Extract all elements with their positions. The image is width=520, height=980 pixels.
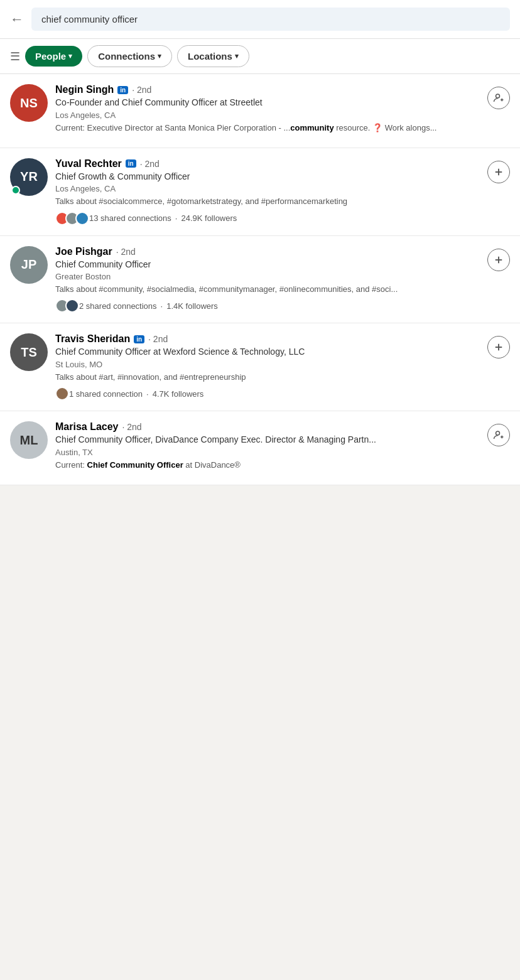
connect-button[interactable] <box>487 87 510 109</box>
result-meta: 2 shared connections · 1.4K followers <box>55 299 480 313</box>
result-name[interactable]: Travis Sheridan <box>55 333 130 345</box>
linkedin-badge: in <box>134 335 144 343</box>
followers-count: 4.7K followers <box>153 389 204 399</box>
filter-icon[interactable]: ☰ <box>10 50 20 63</box>
result-header: Negin Singh in · 2nd <box>55 84 480 95</box>
connect-button[interactable] <box>487 161 510 183</box>
filter-connections[interactable]: Connections ▾ <box>87 45 172 67</box>
result-title: Chief Community Officer at Wexford Scien… <box>55 346 480 358</box>
shared-avatars <box>55 299 75 313</box>
avatar: NS <box>10 84 48 122</box>
result-item: YR Yuval Rechter in · 2nd Chief Growth &… <box>0 148 520 236</box>
result-title: Chief Community Officer, DivaDance Compa… <box>55 434 480 446</box>
result-item: JP Joe Pishgar · 2nd Chief Community Off… <box>0 236 520 324</box>
filter-bar: ☰ People ▾ Connections ▾ Locations ▾ <box>0 39 520 74</box>
header: ← <box>0 0 520 39</box>
avatar: TS <box>10 333 48 371</box>
result-item: NS Negin Singh in · 2nd Co-Founder and C… <box>0 74 520 148</box>
dot-separator: · <box>175 213 178 223</box>
connection-degree: · 2nd <box>148 334 168 344</box>
search-input[interactable] <box>31 8 510 31</box>
filter-people[interactable]: People ▾ <box>25 46 82 67</box>
result-content: Yuval Rechter in · 2nd Chief Growth & Co… <box>55 158 480 225</box>
result-location: Greater Boston <box>55 272 480 281</box>
result-title: Chief Community Officer <box>55 259 480 271</box>
svg-point-9 <box>496 431 500 435</box>
result-name[interactable]: Marisa Lacey <box>55 421 119 433</box>
result-snippet: Talks about #art, #innovation, and #entr… <box>55 372 480 383</box>
shared-connections-text: 13 shared connections <box>89 213 171 223</box>
mini-avatar <box>65 299 79 313</box>
linkedin-badge: in <box>126 159 136 168</box>
result-header: Travis Sheridan in · 2nd <box>55 333 480 345</box>
avatar: JP <box>10 246 48 284</box>
followers-count: 1.4K followers <box>166 301 218 311</box>
svg-point-0 <box>496 94 500 98</box>
result-name[interactable]: Yuval Rechter <box>55 158 122 170</box>
back-button[interactable]: ← <box>10 11 24 28</box>
shared-avatars <box>55 387 65 401</box>
result-content: Marisa Lacey · 2nd Chief Community Offic… <box>55 421 480 475</box>
result-snippet: Current: Executive Director at Santa Mon… <box>55 122 480 134</box>
connection-degree: · 2nd <box>116 247 136 257</box>
result-meta: 13 shared connections · 24.9K followers <box>55 212 480 225</box>
result-location: Los Angeles, CA <box>55 110 480 120</box>
result-location: St Louis, MO <box>55 360 480 369</box>
result-header: Marisa Lacey · 2nd <box>55 421 480 433</box>
result-item: ML Marisa Lacey · 2nd Chief Community Of… <box>0 411 520 485</box>
connect-button[interactable] <box>487 336 510 358</box>
followers-count: 24.9K followers <box>181 213 237 223</box>
chevron-down-icon: ▾ <box>68 52 72 60</box>
dot-separator: · <box>161 301 163 311</box>
connection-degree: · 2nd <box>140 159 160 169</box>
result-content: Travis Sheridan in · 2nd Chief Community… <box>55 333 480 401</box>
result-header: Joe Pishgar · 2nd <box>55 246 480 257</box>
result-location: Austin, TX <box>55 448 480 457</box>
result-title: Co-Founder and Chief Community Officer a… <box>55 97 480 109</box>
avatar: YR <box>10 158 48 196</box>
result-snippet: Current: Chief Community Officer at Diva… <box>55 460 480 471</box>
mini-avatar <box>75 212 89 225</box>
result-content: Joe Pishgar · 2nd Chief Community Office… <box>55 246 480 313</box>
connect-button[interactable] <box>487 424 510 446</box>
shared-avatars <box>55 212 85 225</box>
result-snippet: Talks about #socialcommerce, #gotomarket… <box>55 196 480 207</box>
mini-avatar <box>55 387 69 401</box>
connection-degree: · 2nd <box>132 85 151 95</box>
connect-button[interactable] <box>487 249 510 271</box>
result-location: Los Angeles, CA <box>55 184 480 193</box>
result-name[interactable]: Joe Pishgar <box>55 246 112 257</box>
results-list: NS Negin Singh in · 2nd Co-Founder and C… <box>0 74 520 485</box>
online-indicator <box>11 186 20 195</box>
result-meta: 1 shared connection · 4.7K followers <box>55 387 480 401</box>
result-item: TS Travis Sheridan in · 2nd Chief Commun… <box>0 323 520 411</box>
shared-connections-text: 1 shared connection <box>69 389 143 399</box>
avatar: ML <box>10 421 48 459</box>
filter-locations[interactable]: Locations ▾ <box>177 45 249 67</box>
result-name[interactable]: Negin Singh <box>55 84 114 95</box>
chevron-down-icon: ▾ <box>235 52 239 60</box>
result-title: Chief Growth & Community Officer <box>55 171 480 183</box>
result-content: Negin Singh in · 2nd Co-Founder and Chie… <box>55 84 480 137</box>
connection-degree: · 2nd <box>122 422 142 432</box>
linkedin-badge: in <box>117 86 128 94</box>
result-snippet: Talks about #community, #socialmedia, #c… <box>55 284 480 295</box>
shared-connections-text: 2 shared connections <box>79 301 157 311</box>
chevron-down-icon: ▾ <box>158 52 161 60</box>
result-header: Yuval Rechter in · 2nd <box>55 158 480 170</box>
dot-separator: · <box>146 389 149 399</box>
